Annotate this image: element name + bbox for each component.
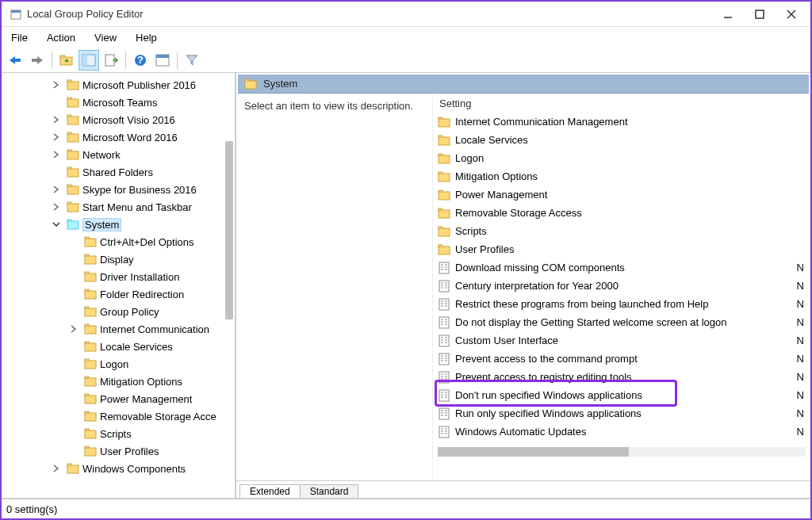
svg-rect-32 xyxy=(67,204,79,212)
tree-view[interactable]: Microsoft Publisher 2016Microsoft TeamsM… xyxy=(2,73,235,480)
tab-extended[interactable]: Extended xyxy=(239,484,301,498)
filter-options-button[interactable] xyxy=(152,50,173,71)
tree-item[interactable]: Internet Communication xyxy=(2,320,235,338)
chevron-right-icon[interactable] xyxy=(51,201,62,212)
minimize-button[interactable] xyxy=(712,3,744,25)
chevron-right-icon[interactable] xyxy=(51,114,62,125)
setting-policy[interactable]: Do not display the Getting Started welco… xyxy=(438,313,810,331)
tree-item[interactable]: Network xyxy=(2,146,235,163)
chevron-right-icon[interactable] xyxy=(51,184,62,195)
tree-item[interactable]: Microsoft Word 2016 xyxy=(2,128,235,146)
svg-rect-18 xyxy=(67,82,79,90)
tree-item-label: Logon xyxy=(100,358,128,370)
up-folder-button[interactable] xyxy=(56,50,77,71)
tree-item[interactable]: Microsoft Visio 2016 xyxy=(2,111,235,128)
svg-rect-95 xyxy=(439,299,449,310)
tree-item[interactable]: Power Management xyxy=(2,390,235,407)
chevron-right-icon[interactable] xyxy=(51,463,62,474)
help-button[interactable]: ? xyxy=(130,50,151,71)
tree-item-label: User Profiles xyxy=(100,445,159,457)
setting-name: Download missing COM components xyxy=(455,262,625,273)
setting-state: N xyxy=(797,389,804,401)
tree-item[interactable]: Microsoft Teams xyxy=(2,94,235,111)
tree-item[interactable]: Display xyxy=(2,250,235,268)
setting-name: Mitigation Options xyxy=(455,170,538,182)
setting-folder[interactable]: Internet Communication Management xyxy=(438,113,810,131)
tree-item[interactable]: Windows Components xyxy=(2,460,235,477)
tree-item[interactable]: User Profiles xyxy=(2,442,235,460)
tree-item-label: Power Management xyxy=(100,393,192,405)
expander-placeholder xyxy=(68,411,79,422)
svg-rect-137 xyxy=(439,408,449,419)
folder-icon xyxy=(244,78,257,90)
tree-item[interactable]: Locale Services xyxy=(2,338,235,355)
chevron-right-icon[interactable] xyxy=(68,323,79,335)
chevron-right-icon[interactable] xyxy=(51,132,62,143)
svg-rect-80 xyxy=(439,247,450,254)
setting-folder[interactable]: Mitigation Options xyxy=(438,167,810,185)
setting-policy[interactable]: Prevent access to the command promptN xyxy=(438,350,810,368)
setting-folder[interactable]: Logon xyxy=(438,149,810,167)
status-text: 0 setting(s) xyxy=(6,503,57,515)
tree-item[interactable]: Driver Installation xyxy=(2,268,235,285)
tree-item[interactable]: Logon xyxy=(2,355,235,373)
setting-name: User Profiles xyxy=(455,243,514,255)
tree-pane: Microsoft Publisher 2016Microsoft TeamsM… xyxy=(2,73,236,498)
tree-scrollbar[interactable] xyxy=(225,141,233,319)
tree-item[interactable]: Folder Redirection xyxy=(2,285,235,303)
tree-item[interactable]: Ctrl+Alt+Del Options xyxy=(2,233,235,250)
menu-help[interactable]: Help xyxy=(129,30,163,45)
chevron-right-icon[interactable] xyxy=(51,149,62,160)
forward-button[interactable] xyxy=(27,50,48,71)
maximize-button[interactable] xyxy=(744,3,776,25)
tree-item[interactable]: System xyxy=(2,216,235,233)
svg-rect-58 xyxy=(85,430,96,438)
tree-item[interactable]: Skype for Business 2016 xyxy=(2,181,235,198)
tab-standard[interactable]: Standard xyxy=(300,484,359,498)
setting-name: Don't run specified Windows applications xyxy=(455,389,642,401)
show-hide-tree-button[interactable] xyxy=(79,50,99,71)
setting-policy[interactable]: Prevent access to registry editing tools… xyxy=(438,368,810,386)
setting-folder[interactable]: Power Management xyxy=(438,185,810,204)
export-list-button[interactable] xyxy=(101,50,121,71)
svg-rect-1 xyxy=(11,10,21,13)
menu-file[interactable]: File xyxy=(5,30,34,45)
back-button[interactable] xyxy=(5,50,25,71)
tree-item[interactable]: Microsoft Publisher 2016 xyxy=(2,76,235,94)
svg-rect-30 xyxy=(67,186,79,194)
description-text: Select an item to view its description. xyxy=(244,100,424,112)
tree-item[interactable]: Group Policy xyxy=(2,303,235,320)
tree-item[interactable]: Scripts xyxy=(2,425,235,442)
expander-placeholder xyxy=(68,271,79,282)
description-panel: Select an item to view its description. xyxy=(236,94,433,480)
tree-item[interactable]: Mitigation Options xyxy=(2,373,235,390)
setting-policy[interactable]: Download missing COM componentsN xyxy=(438,258,810,277)
setting-policy[interactable]: Custom User InterfaceN xyxy=(438,331,810,350)
expander-placeholder xyxy=(68,306,79,317)
close-button[interactable] xyxy=(776,3,807,25)
chevron-right-icon[interactable] xyxy=(51,79,62,90)
setting-name: Do not display the Getting Started welco… xyxy=(455,316,727,328)
chevron-down-icon[interactable] xyxy=(51,219,62,230)
menu-action[interactable]: Action xyxy=(40,30,82,45)
setting-folder[interactable]: Locale Services xyxy=(438,131,810,149)
filter-button[interactable] xyxy=(182,50,202,71)
expander-placeholder xyxy=(51,166,62,178)
setting-policy[interactable]: Windows Automatic UpdatesN xyxy=(438,422,810,441)
setting-policy[interactable]: Restrict these programs from being launc… xyxy=(438,295,810,313)
tree-item[interactable]: Removable Storage Acce xyxy=(2,407,235,425)
setting-policy[interactable]: Century interpretation for Year 2000N xyxy=(438,277,810,295)
setting-folder[interactable]: Scripts xyxy=(438,222,810,240)
tree-item[interactable]: Start Menu and Taskbar xyxy=(2,198,235,216)
setting-folder[interactable]: Removable Storage Access xyxy=(438,204,810,222)
svg-rect-11 xyxy=(82,55,87,66)
setting-policy[interactable]: Run only specified Windows applicationsN xyxy=(438,404,810,422)
list-scrollbar-horizontal[interactable] xyxy=(438,447,806,457)
svg-rect-48 xyxy=(85,343,96,351)
menu-view[interactable]: View xyxy=(88,30,123,45)
list-column-header[interactable]: Setting xyxy=(433,94,810,113)
setting-policy[interactable]: Don't run specified Windows applications… xyxy=(438,386,810,404)
tree-item-label: System xyxy=(82,218,121,231)
tree-item[interactable]: Shared Folders xyxy=(2,163,235,181)
setting-folder[interactable]: User Profiles xyxy=(438,240,810,258)
